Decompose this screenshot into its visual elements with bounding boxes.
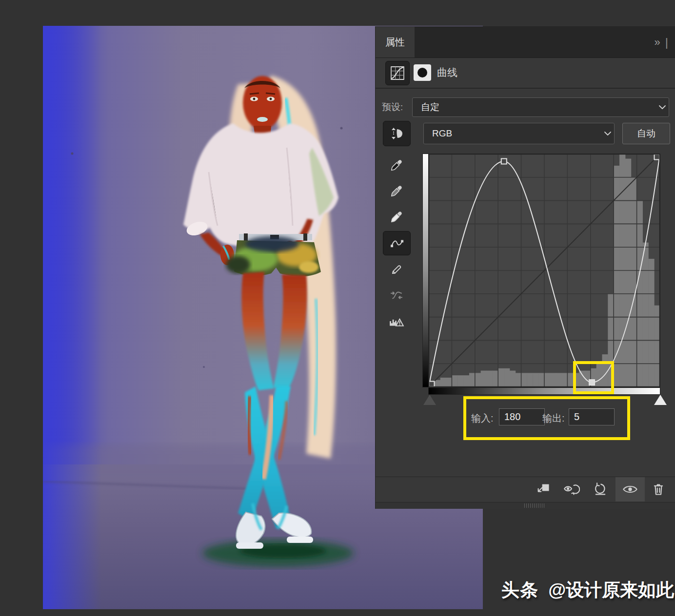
curves-graph[interactable] <box>428 154 660 387</box>
auto-button[interactable]: 自动 <box>622 123 670 144</box>
preset-label: 预设: <box>382 101 403 114</box>
panel-bar-icon: | <box>665 36 668 49</box>
histogram-warning-icon[interactable] <box>383 309 410 333</box>
input-gradient-ramp <box>428 387 660 395</box>
edit-curve-points-tool[interactable] <box>383 231 411 255</box>
channel-dropdown[interactable]: RGB <box>423 123 615 144</box>
smooth-curve-tool[interactable] <box>383 284 410 307</box>
black-input-slider[interactable] <box>423 395 436 405</box>
chevron-down-icon <box>656 105 669 110</box>
reset-button[interactable] <box>588 477 613 501</box>
tab-label: 属性 <box>385 36 405 49</box>
watermark-brand: 头条 <box>501 580 538 600</box>
adjustment-title: 曲线 <box>437 66 457 79</box>
delete-icon[interactable] <box>647 477 670 501</box>
channel-value: RGB <box>424 128 601 139</box>
grip-marks <box>524 503 544 508</box>
mask-thumbnail[interactable] <box>414 64 431 81</box>
watermark: 头条 @设计原来如此 <box>501 578 674 602</box>
tab-properties[interactable]: 属性 <box>376 27 415 58</box>
gray-point-eyedropper[interactable] <box>383 179 410 203</box>
panel-menu-icon[interactable]: » <box>655 36 660 49</box>
properties-panel: 属性 » | 曲线 <box>376 27 675 508</box>
watermark-handle: @设计原来如此 <box>548 580 674 600</box>
view-previous-state-button[interactable] <box>558 477 585 501</box>
curves-tool-column <box>383 154 410 335</box>
panel-resize-grip[interactable] <box>376 502 675 509</box>
preset-dropdown[interactable]: 自定 <box>412 97 669 117</box>
white-input-slider[interactable] <box>654 395 667 405</box>
curves-adjustment-icon[interactable] <box>385 61 410 85</box>
highlight-selected-point <box>573 361 614 394</box>
panel-header: 属性 » | <box>376 27 675 58</box>
chevron-down-icon <box>601 131 614 136</box>
preset-value: 自定 <box>413 101 656 114</box>
channel-row: RGB 自动 <box>376 121 675 146</box>
visibility-eye-button[interactable] <box>615 477 645 501</box>
panel-footer <box>376 477 675 501</box>
auto-label: 自动 <box>637 127 655 140</box>
pencil-tool[interactable] <box>383 258 410 281</box>
preset-row: 预设: 自定 <box>376 96 675 117</box>
clip-to-layer-button[interactable] <box>531 477 556 501</box>
white-point-eyedropper[interactable] <box>383 205 410 229</box>
targeted-adjustment-tool[interactable] <box>383 121 411 146</box>
application-background: 属性 » | 曲线 <box>0 0 675 616</box>
black-point-eyedropper[interactable] <box>383 154 410 177</box>
adjustment-row: 曲线 <box>376 60 675 88</box>
highlight-io-fields <box>463 396 630 440</box>
divider <box>376 88 675 89</box>
